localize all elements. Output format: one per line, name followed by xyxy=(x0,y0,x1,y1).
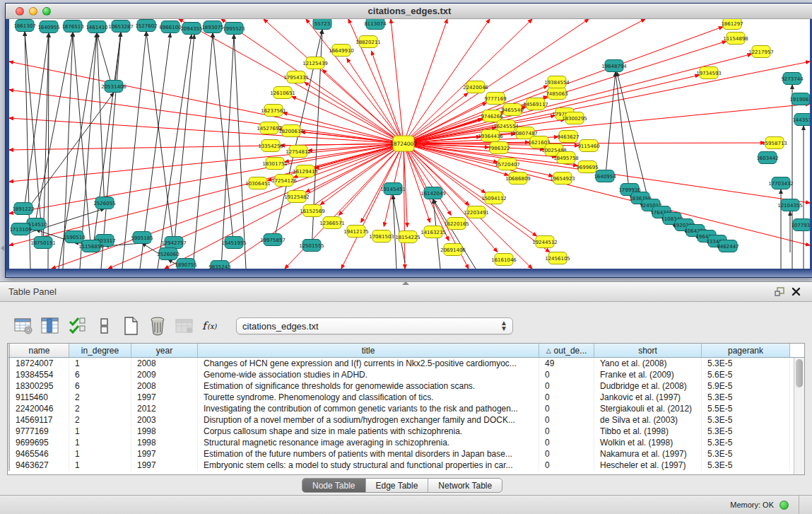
graph-edge[interactable] xyxy=(101,33,121,269)
table-cell[interactable]: 9699695 xyxy=(10,437,69,448)
column-header-title[interactable]: title xyxy=(198,344,539,357)
table-cell[interactable]: 49 xyxy=(539,358,594,369)
table-selector-dropdown[interactable]: citations_edges.txt ▲▼ xyxy=(236,317,513,334)
select-all-icon[interactable] xyxy=(65,315,89,337)
table-cell[interactable]: 0 xyxy=(539,369,594,380)
table-cell[interactable]: 22420046 xyxy=(10,403,69,414)
table-cell[interactable]: Yano et al. (2008) xyxy=(594,358,702,369)
graph-edge[interactable] xyxy=(73,33,91,252)
table-cell[interactable]: 5.3E-5 xyxy=(702,448,790,460)
table-cell[interactable]: Estimation of significance thresholds fo… xyxy=(198,380,539,392)
graph-edge[interactable] xyxy=(292,96,404,144)
table-row[interactable]: 2242004622012Investigating the contribut… xyxy=(8,403,804,414)
table-cell[interactable]: Changes of HCN gene expression and I(f) … xyxy=(198,358,539,369)
graph-edge[interactable] xyxy=(404,144,451,215)
tab-network-table[interactable]: Network Table xyxy=(428,479,502,492)
graph-edge[interactable] xyxy=(404,144,537,236)
table-cell[interactable]: 5.6E-5 xyxy=(702,369,790,380)
table-cell[interactable]: Hescheler et al. (1997) xyxy=(594,460,702,471)
table-cell[interactable]: 14569117 xyxy=(10,414,69,426)
table-cell[interactable]: 5.3E-5 xyxy=(702,358,790,369)
graph-edge[interactable] xyxy=(404,144,486,193)
table-cell[interactable]: 2009 xyxy=(131,369,198,380)
window-titlebar[interactable]: citations_edges.txt xyxy=(6,4,812,19)
table-settings-icon[interactable] xyxy=(11,315,35,337)
table-cell[interactable]: 0 xyxy=(539,460,594,471)
table-cell[interactable]: 9115460 xyxy=(10,392,69,403)
table-cell[interactable]: 0 xyxy=(539,426,594,437)
minimize-window-icon[interactable] xyxy=(29,7,37,16)
table-cell[interactable]: Tourette syndrome. Phenomenology and cla… xyxy=(198,392,539,403)
scrollbar-thumb[interactable] xyxy=(796,359,803,387)
table-cell[interactable]: 1998 xyxy=(131,426,198,437)
table-cell[interactable]: 18300295 xyxy=(10,380,69,392)
new-column-icon[interactable] xyxy=(119,315,143,337)
column-header-in_degree[interactable]: in_degree xyxy=(69,344,131,357)
zoom-window-icon[interactable] xyxy=(42,7,51,16)
graph-edge[interactable] xyxy=(404,144,810,245)
graph-edge[interactable] xyxy=(234,35,246,269)
table-row[interactable]: 977716911998Corpus callosum shape and si… xyxy=(8,426,804,437)
table-cell[interactable]: 1 xyxy=(69,426,131,437)
splitter-handle-icon[interactable] xyxy=(402,281,409,285)
column-header-pagerank[interactable]: pagerank xyxy=(702,344,790,357)
table-cell[interactable]: 0 xyxy=(539,437,594,448)
table-cell[interactable]: 2 xyxy=(69,414,131,426)
table-cell[interactable]: 1997 xyxy=(131,460,198,471)
graph-edge[interactable] xyxy=(404,19,645,144)
graph-edge[interactable] xyxy=(193,33,213,269)
close-window-icon[interactable] xyxy=(16,7,24,16)
table-cell[interactable]: 0 xyxy=(539,392,594,403)
tab-node-table[interactable]: Node Table xyxy=(302,479,366,492)
show-columns-icon[interactable] xyxy=(38,315,62,337)
delete-column-icon[interactable] xyxy=(146,315,170,337)
table-row[interactable]: 1872400712008Changes of HCN gene express… xyxy=(8,358,804,369)
table-cell[interactable]: 9465546 xyxy=(10,448,69,460)
table-cell[interactable]: 1 xyxy=(69,448,131,460)
graph-edge[interactable] xyxy=(322,69,404,144)
table-cell[interactable]: 2 xyxy=(69,403,131,414)
function-builder-icon[interactable]: f (x) xyxy=(199,315,223,337)
graph-edge[interactable] xyxy=(97,33,105,209)
table-row[interactable]: 1830029562008Estimation of significance … xyxy=(8,380,804,392)
table-cell[interactable]: 6 xyxy=(69,369,131,380)
column-header-short[interactable]: short xyxy=(594,344,702,357)
table-cell[interactable]: Franke et al. (2009) xyxy=(594,369,702,380)
network-canvas[interactable]: 1861307164095518765131461410106532871527… xyxy=(9,19,810,269)
graph-edge[interactable] xyxy=(339,144,404,216)
table-cell[interactable]: Disruption of a novel member of a sodium… xyxy=(198,414,539,426)
tab-edge-table[interactable]: Edge Table xyxy=(366,479,429,492)
table-cell[interactable]: Wolkin et al. (1998) xyxy=(594,437,702,448)
table-cell[interactable]: 2003 xyxy=(131,414,198,426)
table-cell[interactable]: 0 xyxy=(539,380,594,392)
table-cell[interactable]: de Silva et al. (2003) xyxy=(594,414,702,426)
column-header-year[interactable]: year xyxy=(131,344,198,357)
table-cell[interactable]: 0 xyxy=(539,403,594,414)
graph-edge[interactable] xyxy=(605,72,616,182)
close-panel-icon[interactable] xyxy=(788,286,804,298)
table-cell[interactable]: 5.3E-5 xyxy=(702,460,790,471)
table-cell[interactable]: Dudbridge et al. (2008) xyxy=(594,380,702,392)
table-cell[interactable]: 5.3E-5 xyxy=(702,392,790,403)
table-cell[interactable]: 2012 xyxy=(131,403,198,414)
table-cell[interactable]: 0 xyxy=(539,414,594,426)
table-cell[interactable]: 1998 xyxy=(131,437,198,448)
table-cell[interactable]: 6 xyxy=(69,380,131,392)
table-cell[interactable]: 1 xyxy=(69,460,131,471)
table-row[interactable]: 1938455462009Genome-wide association stu… xyxy=(8,369,804,380)
table-cell[interactable]: Jankovic et al. (1997) xyxy=(594,392,702,403)
table-cell[interactable]: Nakamura et al. (1997) xyxy=(594,448,702,460)
graph-edge[interactable] xyxy=(93,33,121,252)
table-cell[interactable]: 18724007 xyxy=(10,358,69,369)
table-cell[interactable]: 5.3E-5 xyxy=(702,414,790,426)
graph-edge[interactable] xyxy=(158,35,192,269)
table-cell[interactable]: 5.5E-5 xyxy=(702,403,790,414)
table-cell[interactable]: 19384554 xyxy=(10,369,69,380)
table-cell[interactable]: 5.9E-5 xyxy=(702,380,790,392)
table-cell[interactable]: Investigating the contribution of common… xyxy=(198,403,539,414)
graph-edge[interactable] xyxy=(616,72,630,195)
table-cell[interactable]: Genome-wide association studies in ADHD. xyxy=(198,369,539,380)
graph-edge[interactable] xyxy=(174,35,194,248)
graph-edge[interactable] xyxy=(404,144,430,223)
table-cell[interactable]: Stergiakouli et al. (2012) xyxy=(594,403,702,414)
